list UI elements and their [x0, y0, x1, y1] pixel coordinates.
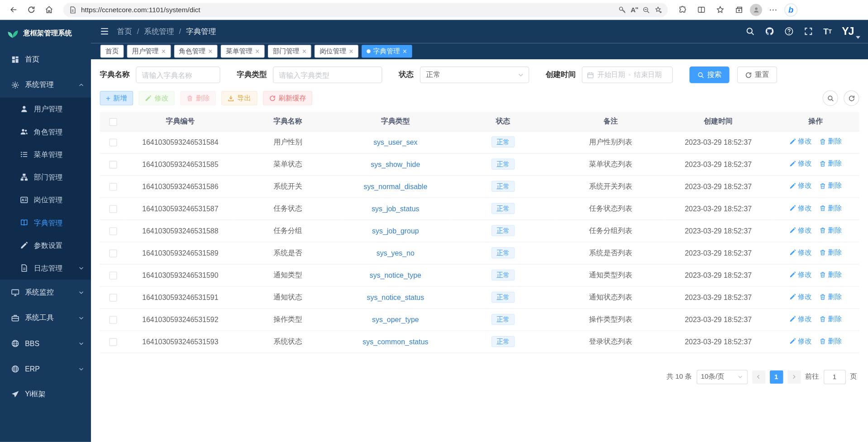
edit-button[interactable]: 修改 — [139, 91, 175, 105]
sidebar-menu-item[interactable]: ERP — [0, 356, 91, 381]
page-size-select[interactable]: 10条/页 — [696, 370, 748, 384]
github-icon[interactable] — [765, 27, 775, 36]
sidebar-toggle-icon[interactable] — [100, 27, 110, 36]
select-all-checkbox[interactable] — [109, 118, 117, 125]
key-icon[interactable] — [619, 6, 626, 14]
dict-type-link[interactable]: sys_common_status — [362, 337, 428, 346]
close-icon[interactable]: × — [349, 48, 353, 55]
address-bar[interactable]: https://ccnetcore.com:1101/system/dict A… — [63, 3, 668, 17]
favorites-icon[interactable] — [712, 2, 728, 17]
font-size-icon[interactable]: TT — [823, 27, 832, 35]
sidebar-menu-item[interactable]: 菜单管理 — [0, 143, 91, 166]
row-checkbox[interactable] — [109, 271, 117, 279]
read-aloud-icon[interactable]: Aʺ — [631, 6, 638, 14]
tag-tab[interactable]: 菜单管理 × — [221, 45, 264, 57]
tag-tab[interactable]: 岗位管理 × — [315, 45, 358, 57]
row-edit-link[interactable]: 修改 — [789, 137, 812, 147]
row-edit-link[interactable]: 修改 — [789, 226, 812, 235]
close-icon[interactable]: × — [403, 48, 407, 55]
row-delete-link[interactable]: 删除 — [820, 270, 842, 280]
row-checkbox[interactable] — [109, 161, 117, 168]
zoom-out-icon[interactable] — [642, 6, 650, 14]
search-button[interactable]: 搜索 — [689, 67, 729, 83]
sidebar-menu-item[interactable]: 字典管理 — [0, 211, 91, 234]
dict-type-link[interactable]: sys_normal_disable — [363, 182, 427, 190]
dict-type-link[interactable]: sys_notice_type — [370, 271, 421, 279]
sidebar-menu-item[interactable]: BBS — [0, 330, 91, 356]
row-delete-link[interactable]: 删除 — [820, 159, 842, 169]
tag-tab[interactable]: 用户管理 × — [127, 45, 171, 57]
row-checkbox[interactable] — [109, 227, 117, 235]
dict-type-link[interactable]: sys_job_group — [372, 227, 419, 235]
dict-type-link[interactable]: sys_job_status — [372, 204, 419, 213]
toggle-search-button[interactable] — [823, 90, 838, 106]
row-checkbox[interactable] — [109, 249, 117, 257]
status-select[interactable]: 正常 — [420, 67, 529, 83]
tag-tab[interactable]: 首页 — [100, 45, 124, 57]
prev-page-button[interactable] — [752, 370, 765, 383]
row-delete-link[interactable]: 删除 — [820, 337, 842, 346]
row-edit-link[interactable]: 修改 — [789, 159, 812, 169]
sidebar-menu-item[interactable]: 用户管理 — [0, 98, 91, 120]
row-delete-link[interactable]: 删除 — [820, 314, 842, 324]
close-icon[interactable]: × — [302, 48, 306, 55]
sidebar-menu-item[interactable]: 日志管理 — [0, 257, 91, 279]
add-favorite-icon[interactable] — [654, 6, 662, 14]
row-delete-link[interactable]: 删除 — [820, 181, 842, 191]
goto-page-input[interactable] — [823, 370, 845, 384]
sidebar-menu-item[interactable]: 岗位管理 — [0, 189, 91, 211]
row-checkbox[interactable] — [109, 205, 117, 213]
row-edit-link[interactable]: 修改 — [789, 248, 812, 257]
sidebar-menu-item[interactable]: 角色管理 — [0, 120, 91, 143]
split-screen-icon[interactable] — [693, 2, 709, 17]
sidebar-menu-item[interactable]: Yi框架 — [0, 381, 91, 407]
dict-type-link[interactable]: sys_user_sex — [373, 138, 417, 146]
row-delete-link[interactable]: 删除 — [820, 248, 842, 257]
row-delete-link[interactable]: 删除 — [820, 137, 842, 147]
dict-type-link[interactable]: sys_yes_no — [377, 249, 415, 257]
help-icon[interactable] — [785, 27, 794, 36]
current-page-button[interactable]: 1 — [770, 370, 783, 383]
dict-type-link[interactable]: sys_show_hide — [371, 160, 420, 168]
row-edit-link[interactable]: 修改 — [789, 292, 812, 302]
refresh-table-button[interactable] — [844, 90, 859, 106]
dict-type-link[interactable]: sys_notice_status — [367, 293, 424, 301]
row-checkbox[interactable] — [109, 138, 117, 146]
row-edit-link[interactable]: 修改 — [789, 337, 812, 346]
reset-button[interactable]: 重置 — [737, 67, 777, 83]
dict-type-link[interactable]: sys_oper_type — [372, 315, 419, 323]
close-icon[interactable]: × — [255, 48, 259, 55]
row-delete-link[interactable]: 删除 — [820, 226, 842, 235]
breadcrumb-system[interactable]: 系统管理 — [144, 26, 174, 36]
row-edit-link[interactable]: 修改 — [789, 314, 812, 324]
row-delete-link[interactable]: 删除 — [820, 292, 842, 302]
add-button[interactable]: + 新增 — [100, 91, 134, 105]
close-icon[interactable]: × — [208, 48, 212, 55]
sidebar-menu-item[interactable]: 系统监控 — [0, 280, 91, 305]
row-edit-link[interactable]: 修改 — [789, 270, 812, 280]
sidebar-menu-item[interactable]: 系统工具 — [0, 305, 91, 330]
tag-tab[interactable]: 部门管理 × — [268, 45, 311, 57]
browser-home-button[interactable] — [41, 2, 57, 17]
refresh-cache-button[interactable]: 刷新缓存 — [263, 91, 313, 105]
header-search-icon[interactable] — [746, 27, 755, 36]
sidebar-menu-item[interactable]: 首页 — [0, 47, 91, 72]
copilot-icon[interactable]: b — [784, 3, 797, 16]
tag-tab[interactable]: 字典管理 × — [362, 45, 412, 57]
row-checkbox[interactable] — [109, 338, 117, 346]
sidebar-menu-item[interactable]: 参数设置 — [0, 234, 91, 257]
url-text[interactable]: https://ccnetcore.com:1101/system/dict — [81, 6, 614, 14]
browser-back-button[interactable] — [5, 2, 21, 17]
dict-name-input[interactable] — [136, 67, 220, 83]
user-avatar[interactable]: YJ — [842, 25, 859, 38]
sidebar-menu-item[interactable]: 系统管理 — [0, 72, 91, 97]
export-button[interactable]: 导出 — [221, 91, 257, 105]
breadcrumb-home[interactable]: 首页 — [117, 26, 132, 36]
browser-menu-icon[interactable]: ⋯ — [765, 2, 781, 17]
row-checkbox[interactable] — [109, 316, 117, 323]
tag-tab[interactable]: 角色管理 × — [174, 45, 217, 57]
extensions-icon[interactable] — [674, 2, 690, 17]
dict-type-input[interactable] — [273, 67, 382, 83]
row-checkbox[interactable] — [109, 183, 117, 190]
browser-profile-avatar[interactable] — [750, 4, 762, 16]
